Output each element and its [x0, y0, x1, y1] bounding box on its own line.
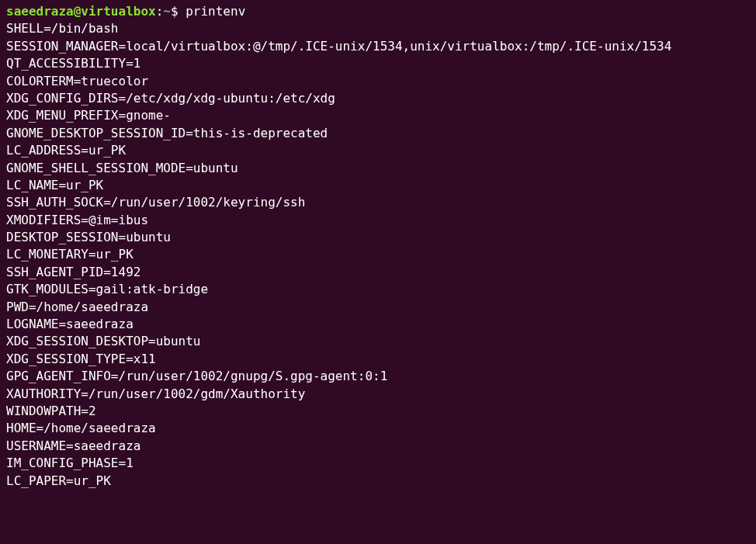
output-line: XDG_SESSION_DESKTOP=ubuntu: [6, 333, 750, 350]
output-line: GNOME_DESKTOP_SESSION_ID=this-is-depreca…: [6, 125, 750, 142]
prompt-path: ~: [163, 4, 171, 19]
output-line: SESSION_MANAGER=local/virtualbox:@/tmp/.…: [6, 38, 750, 55]
output-line: XDG_SESSION_TYPE=x11: [6, 351, 750, 368]
output-line: SHELL=/bin/bash: [6, 20, 750, 37]
output-line: LC_MONETARY=ur_PK: [6, 246, 750, 263]
output-line: GPG_AGENT_INFO=/run/user/1002/gnupg/S.gp…: [6, 368, 750, 385]
prompt-line: saeedraza@virtualbox:~$ printenv: [6, 3, 750, 20]
output-line: WINDOWPATH=2: [6, 403, 750, 420]
output-line: LC_PAPER=ur_PK: [6, 473, 750, 490]
terminal[interactable]: saeedraza@virtualbox:~$ printenv SHELL=/…: [6, 3, 750, 490]
output-line: XDG_CONFIG_DIRS=/etc/xdg/xdg-ubuntu:/etc…: [6, 90, 750, 107]
output-line: GTK_MODULES=gail:atk-bridge: [6, 281, 750, 298]
output-line: LC_ADDRESS=ur_PK: [6, 142, 750, 159]
output-line: HOME=/home/saeedraza: [6, 420, 750, 437]
prompt-colon: :: [156, 4, 164, 19]
output-line: XDG_MENU_PREFIX=gnome-: [6, 107, 750, 124]
output-line: QT_ACCESSIBILITY=1: [6, 55, 750, 72]
output-container: SHELL=/bin/bashSESSION_MANAGER=local/vir…: [6, 20, 750, 490]
output-line: USERNAME=saeedraza: [6, 438, 750, 455]
prompt-user-host: saeedraza@virtualbox: [6, 4, 156, 19]
output-line: SSH_AGENT_PID=1492: [6, 264, 750, 281]
output-line: XMODIFIERS=@im=ibus: [6, 212, 750, 229]
output-line: GNOME_SHELL_SESSION_MODE=ubuntu: [6, 160, 750, 177]
command-input: printenv: [186, 4, 245, 19]
output-line: COLORTERM=truecolor: [6, 73, 750, 90]
output-line: DESKTOP_SESSION=ubuntu: [6, 229, 750, 246]
output-line: IM_CONFIG_PHASE=1: [6, 455, 750, 472]
prompt-dollar: $: [171, 4, 186, 19]
output-line: LOGNAME=saeedraza: [6, 316, 750, 333]
output-line: SSH_AUTH_SOCK=/run/user/1002/keyring/ssh: [6, 194, 750, 211]
output-line: XAUTHORITY=/run/user/1002/gdm/Xauthority: [6, 386, 750, 403]
output-line: LC_NAME=ur_PK: [6, 177, 750, 194]
output-line: PWD=/home/saeedraza: [6, 299, 750, 316]
